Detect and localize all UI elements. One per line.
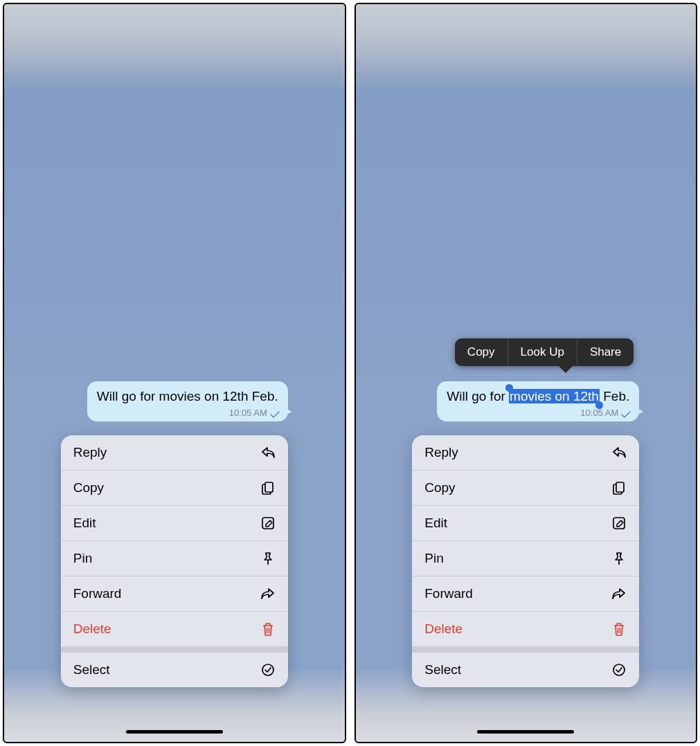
menu-item-delete[interactable]: Delete <box>61 612 288 647</box>
menu-label: Edit <box>424 516 447 531</box>
select-icon <box>611 662 627 677</box>
menu-item-select[interactable]: Select <box>412 653 639 687</box>
blurred-header <box>356 4 697 80</box>
message-meta: 10:05 AM <box>580 408 631 419</box>
message-text-before: Will go for <box>447 389 509 403</box>
pin-icon <box>260 551 276 566</box>
message-text-selected[interactable]: movies on 12th <box>509 389 600 403</box>
message-bubble-outgoing[interactable]: Will go for movies on 12th Feb. 10:05 AM <box>61 381 288 421</box>
home-indicator[interactable] <box>126 730 223 734</box>
selection-share[interactable]: Share <box>577 338 634 366</box>
menu-item-pin[interactable]: Pin <box>412 541 639 576</box>
message-text: Will go for movies on 12th Feb. <box>97 389 278 403</box>
menu-item-forward[interactable]: Forward <box>412 576 639 612</box>
home-indicator[interactable] <box>477 730 574 734</box>
copy-icon <box>611 480 627 495</box>
menu-label: Reply <box>73 445 107 460</box>
screenshot-left: Will go for movies on 12th Feb. 10:05 AM… <box>3 3 346 743</box>
context-menu: Reply Copy Edit Pin Forward Delete <box>61 435 288 687</box>
copy-icon <box>260 480 276 495</box>
menu-label: Copy <box>424 480 455 495</box>
selection-lookup[interactable]: Look Up <box>508 338 577 366</box>
message-text-after: Feb. <box>600 389 629 403</box>
edit-icon <box>260 516 276 531</box>
menu-label: Reply <box>424 445 458 460</box>
forward-icon <box>260 586 276 601</box>
blurred-header <box>4 4 345 80</box>
forward-icon <box>611 586 627 601</box>
menu-label: Copy <box>73 480 104 495</box>
select-icon <box>260 662 276 677</box>
menu-item-reply[interactable]: Reply <box>412 435 639 471</box>
menu-item-copy[interactable]: Copy <box>61 471 288 506</box>
message-bubble-outgoing[interactable]: Copy Look Up Share Will go for movies on… <box>412 381 639 421</box>
menu-separator <box>412 647 639 653</box>
pin-icon <box>611 551 627 566</box>
menu-item-copy[interactable]: Copy <box>412 471 639 506</box>
context-menu: Reply Copy Edit Pin Forward Delete <box>412 435 639 687</box>
screenshot-right: Copy Look Up Share Will go for movies on… <box>355 3 698 743</box>
menu-label: Forward <box>73 586 122 601</box>
menu-label: Edit <box>73 516 96 531</box>
menu-item-pin[interactable]: Pin <box>61 541 288 576</box>
menu-label: Delete <box>424 621 463 637</box>
menu-label: Select <box>424 662 461 677</box>
menu-label: Pin <box>73 551 92 566</box>
text-selection-menu: Copy Look Up Share <box>455 338 634 366</box>
menu-item-edit[interactable]: Edit <box>412 506 639 541</box>
message-time: 10:05 AM <box>580 408 618 419</box>
reply-icon <box>260 445 276 460</box>
menu-item-reply[interactable]: Reply <box>61 435 288 471</box>
menu-separator <box>61 647 288 653</box>
menu-item-select[interactable]: Select <box>61 653 288 687</box>
menu-label: Forward <box>424 586 473 601</box>
trash-icon <box>611 621 627 637</box>
edit-icon <box>611 516 627 531</box>
menu-label: Delete <box>73 621 111 637</box>
delivered-check-icon <box>270 410 280 417</box>
message-meta: 10:05 AM <box>229 408 280 419</box>
menu-item-delete[interactable]: Delete <box>412 612 639 647</box>
menu-label: Select <box>73 662 110 677</box>
delivered-check-icon <box>621 410 631 417</box>
selection-handle-start[interactable] <box>505 384 513 392</box>
trash-icon <box>260 621 276 637</box>
menu-item-forward[interactable]: Forward <box>61 576 288 612</box>
message-time: 10:05 AM <box>229 408 267 419</box>
menu-label: Pin <box>424 551 443 566</box>
reply-icon <box>611 445 627 460</box>
menu-item-edit[interactable]: Edit <box>61 506 288 541</box>
selection-copy[interactable]: Copy <box>455 338 508 366</box>
